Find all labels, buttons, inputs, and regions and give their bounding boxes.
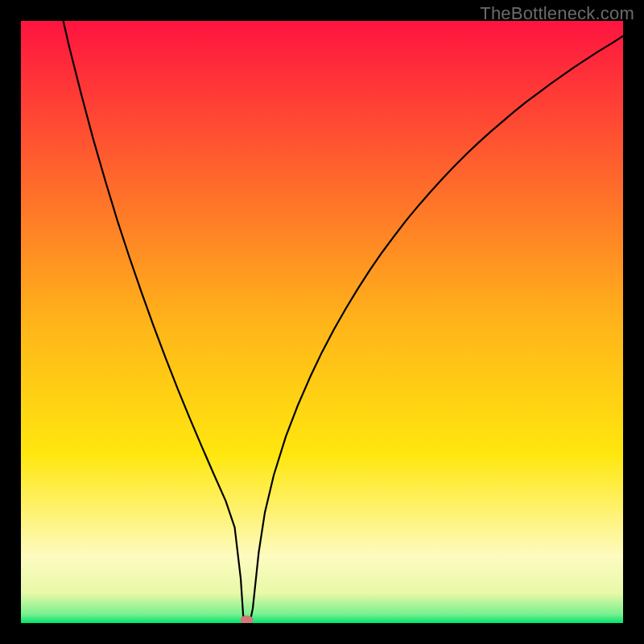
watermark-text: TheBottleneck.com (480, 3, 634, 24)
gradient-background (21, 21, 623, 623)
chart-svg (21, 21, 623, 623)
chart-frame: TheBottleneck.com (0, 0, 644, 644)
plot-area (21, 21, 623, 623)
